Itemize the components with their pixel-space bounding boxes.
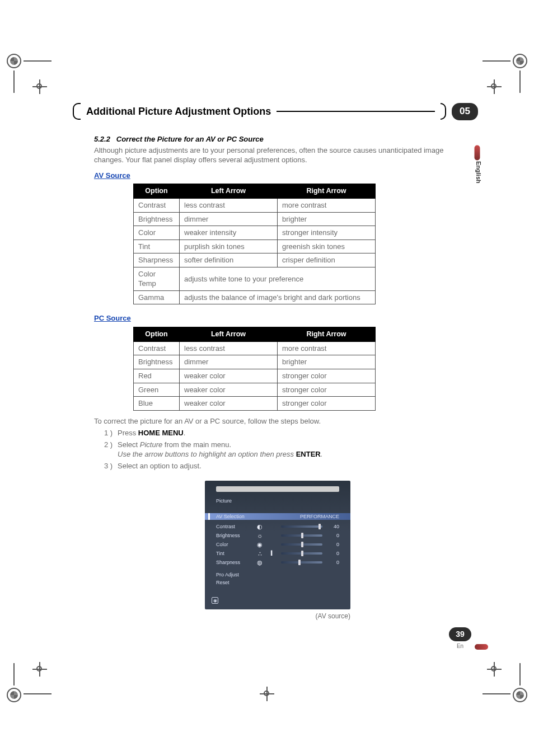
step-text: Press	[118, 429, 138, 437]
cell-right: stronger color	[278, 383, 376, 397]
table-row: Brightness dimmer brighter	[134, 212, 376, 226]
cell-left: weaker color	[180, 369, 278, 383]
osd-aux-label: Pro Adjust	[216, 571, 250, 579]
chapter-number-pill: 05	[452, 103, 478, 120]
cell-option: Green	[134, 383, 180, 397]
cell-right: brighter	[278, 355, 376, 369]
cell-option: Brightness	[134, 212, 180, 226]
slider-knob-icon	[301, 542, 303, 547]
sharpness-icon: ◍	[255, 558, 264, 567]
cell-left: less contrast	[180, 341, 278, 355]
section-intro-paragraph: Although picture adjustments are to your…	[94, 145, 461, 165]
osd-row: Tint ⛬ ▍ 0	[216, 549, 339, 558]
cell-left: dimmer	[180, 212, 278, 226]
cell-right: crisper definition	[278, 253, 376, 267]
table-row: Red weaker color stronger color	[134, 369, 376, 383]
cell-left: dimmer	[180, 355, 278, 369]
step-text: Select	[118, 440, 140, 449]
cell-right: brighter	[278, 212, 376, 226]
page-number-badge: 39 En	[449, 627, 471, 650]
step-sub-bold: ENTER	[296, 450, 321, 458]
table-row: Green weaker color stronger color	[134, 383, 376, 397]
cell-option: Red	[134, 369, 180, 383]
osd-slider	[281, 561, 322, 564]
osd-row: Brightness ☼ 0	[216, 531, 339, 540]
pc-source-table: Option Left Arrow Right Arrow Contrast l…	[133, 327, 376, 411]
cell-right: more contrast	[278, 199, 376, 213]
tint-icon: ⛬	[255, 550, 264, 558]
cell-right: greenish skin tones	[278, 240, 376, 253]
osd-aux-row: Reset	[216, 579, 339, 587]
table-row: Gamma adjusts the balance of image's bri…	[134, 290, 376, 304]
osd-row: Sharpness ◍ 0	[216, 558, 339, 567]
color-icon: ◉	[255, 541, 264, 549]
col-right-arrow: Right Arrow	[278, 184, 376, 199]
registration-mark-bottom-left	[7, 658, 51, 702]
cell-right: stronger intensity	[278, 226, 376, 240]
cell-option: Sharpness	[134, 253, 180, 267]
chapter-title: Additional Picture Adjustment Options	[86, 105, 271, 118]
av-source-label: AV Source	[94, 171, 130, 181]
table-header-row: Option Left Arrow Right Arrow	[134, 184, 376, 199]
pc-source-label: PC Source	[94, 313, 131, 323]
cell-option: Brightness	[134, 355, 180, 369]
side-language-label: English	[474, 161, 483, 184]
table-row: Blue weaker color stronger color	[134, 397, 376, 411]
header-rule	[277, 111, 435, 112]
cell-span: adjusts the balance of image's bright an…	[180, 290, 376, 304]
osd-slider	[281, 525, 322, 528]
page-language: En	[449, 642, 471, 650]
slider-knob-icon	[301, 551, 303, 556]
steps-intro: To correct the picture for an AV or a PC…	[94, 416, 461, 426]
cell-option: Color Temp	[134, 267, 180, 290]
col-option: Option	[134, 184, 180, 199]
osd-row-value: 0	[328, 541, 339, 548]
page-number: 39	[449, 627, 471, 641]
step-text: from the main menu.	[162, 440, 231, 449]
table-row: Color Temp adjusts white tone to your pr…	[134, 267, 376, 290]
cell-option: Tint	[134, 240, 180, 253]
osd-corner-icon: ◉	[212, 597, 218, 604]
osd-aux-label: Reset	[216, 579, 250, 587]
cell-right: stronger color	[278, 397, 376, 411]
cell-option: Contrast	[134, 341, 180, 355]
osd-row-label: Brightness	[216, 532, 250, 539]
col-option: Option	[134, 327, 180, 341]
step-bold: HOME MENU	[138, 429, 184, 437]
chapter-header: Additional Picture Adjustment Options 05	[73, 103, 478, 120]
table-header-row: Option Left Arrow Right Arrow	[134, 327, 376, 341]
step-text: .	[184, 429, 186, 437]
slider-knob-icon	[298, 560, 301, 565]
av-source-table: Option Left Arrow Right Arrow Contrast l…	[133, 184, 376, 304]
step-item: Select Picture from the main menu. Use t…	[104, 440, 461, 459]
osd-row-label: Tint	[216, 550, 250, 557]
table-row: Sharpness softer definition crisper defi…	[134, 253, 376, 267]
side-tab-bar	[475, 145, 480, 161]
osd-aux-row: Pro Adjust	[216, 571, 339, 579]
cell-left: softer definition	[180, 253, 278, 267]
step-sub-italic: Use the arrow buttons to highlight an op…	[118, 450, 296, 458]
step-sub-post: .	[321, 450, 323, 458]
osd-row: Contrast ◐ 40	[216, 522, 339, 531]
table-row: Tint purplish skin tones greenish skin t…	[134, 240, 376, 253]
osd-highlight-label: AV Selection	[216, 513, 245, 520]
col-left-arrow: Left Arrow	[180, 327, 278, 341]
osd-row: Color ◉ 0	[216, 540, 339, 549]
cell-left: weaker color	[180, 397, 278, 411]
osd-row-value: 0	[328, 532, 339, 539]
registration-mark-top-right	[483, 54, 527, 98]
osd-slider	[281, 543, 322, 546]
step-text: Select an option to adjust.	[118, 462, 202, 470]
cell-right: stronger color	[278, 369, 376, 383]
page-edge-bar	[475, 644, 488, 650]
osd-slider	[281, 534, 322, 537]
cell-left: less contrast	[180, 199, 278, 213]
table-row: Brightness dimmer brighter	[134, 355, 376, 369]
registration-mark-bottom-right	[483, 658, 527, 702]
col-right-arrow: Right Arrow	[278, 327, 376, 341]
osd-rows: Contrast ◐ 40 Brightness ☼ 0 Color ◉	[216, 522, 339, 567]
osd-row-value: 40	[328, 523, 339, 530]
cell-left: purplish skin tones	[180, 240, 278, 253]
table-row: Contrast less contrast more contrast	[134, 199, 376, 213]
step-item: Select an option to adjust.	[104, 461, 461, 471]
